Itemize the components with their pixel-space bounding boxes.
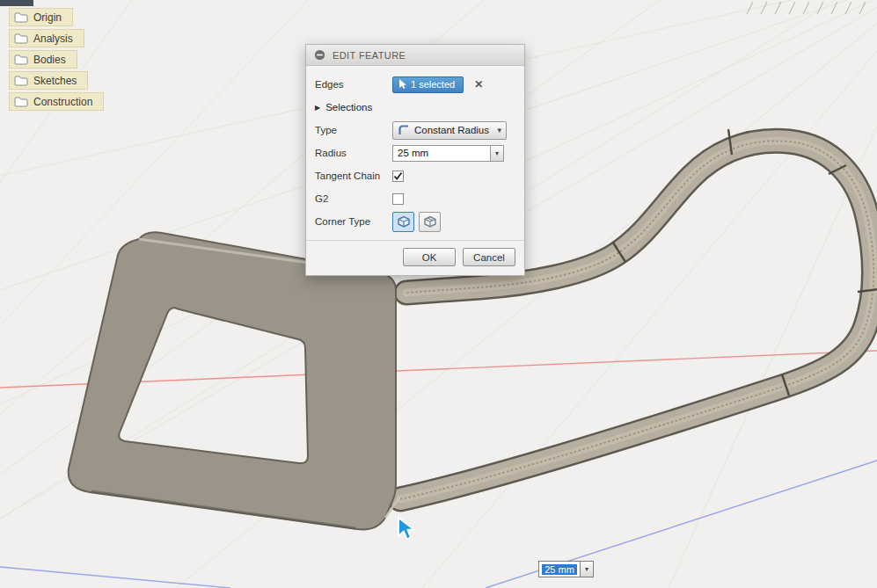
dimension-dropdown-icon[interactable]: ▾ xyxy=(581,561,594,577)
dimension-input[interactable]: 25 mm xyxy=(538,561,581,577)
tangent-chain-checkbox[interactable] xyxy=(392,171,404,182)
radius-row: Radius 25 mm ▾ xyxy=(315,142,515,164)
type-label: Type xyxy=(315,125,392,135)
edges-selected-count: 1 selected xyxy=(411,79,455,90)
browser-item-sketches[interactable]: Sketches xyxy=(9,71,88,90)
browser-item-construction[interactable]: Construction xyxy=(9,92,104,111)
z-axis-blue-left xyxy=(0,567,230,588)
dimension-value-selected: 25 mm xyxy=(542,564,577,575)
folder-icon xyxy=(14,96,28,107)
dialog-footer: OK Cancel xyxy=(306,240,524,275)
clear-selection-icon[interactable]: ✕ xyxy=(474,78,483,91)
expander-triangle-icon[interactable]: ▶ xyxy=(315,104,320,112)
browser-item-label: Origin xyxy=(33,11,62,24)
clipped-toolbar-fragment xyxy=(0,0,33,6)
folder-icon xyxy=(14,54,28,65)
g2-label: G2 xyxy=(315,193,392,204)
edit-feature-dialog: EDIT FEATURE Edges 1 selected ✕ ▶ Select… xyxy=(305,44,525,276)
edges-label: Edges xyxy=(315,79,392,90)
browser-item-origin[interactable]: Origin xyxy=(9,8,73,26)
browser-item-label: Construction xyxy=(33,96,92,108)
dialog-body: Edges 1 selected ✕ ▶ Selections Type xyxy=(306,66,524,236)
edges-row: Edges 1 selected ✕ xyxy=(315,73,515,96)
corner-type-setback-button[interactable] xyxy=(419,212,441,232)
browser-item-label: Analysis xyxy=(33,33,73,45)
dialog-title: EDIT FEATURE xyxy=(333,50,406,61)
tangent-chain-row: Tangent Chain xyxy=(315,164,515,187)
folder-icon xyxy=(14,33,28,44)
browser-tree: Origin Analysis Bodies Sketches Construc… xyxy=(9,8,104,113)
mouse-cursor-icon xyxy=(396,517,419,545)
corner-type-rolling-button[interactable] xyxy=(392,212,414,232)
radius-label: Radius xyxy=(315,148,392,158)
corner-type-row: Corner Type xyxy=(315,210,515,233)
cancel-button[interactable]: Cancel xyxy=(463,248,515,266)
dialog-header[interactable]: EDIT FEATURE xyxy=(306,45,524,66)
fusion-viewport-window: Origin Analysis Bodies Sketches Construc… xyxy=(0,0,877,588)
radius-input[interactable]: 25 mm xyxy=(392,145,491,162)
type-value: Constant Radius xyxy=(414,125,489,135)
selections-label: Selections xyxy=(325,102,372,113)
browser-item-label: Sketches xyxy=(33,75,77,87)
browser-item-analysis[interactable]: Analysis xyxy=(9,29,84,47)
g2-row: G2 xyxy=(315,187,515,210)
selections-row[interactable]: ▶ Selections xyxy=(315,96,515,119)
folder-icon xyxy=(14,11,28,23)
select-cursor-icon xyxy=(398,79,406,90)
constant-radius-icon xyxy=(398,124,410,136)
browser-item-label: Bodies xyxy=(33,54,66,66)
radius-value: 25 mm xyxy=(398,148,428,158)
type-row: Type Constant Radius ▾ xyxy=(315,119,515,142)
radius-dropdown-icon[interactable]: ▾ xyxy=(491,145,504,162)
flat-frame-body[interactable] xyxy=(69,232,399,529)
collapse-minus-icon[interactable] xyxy=(314,49,325,61)
tangent-chain-label: Tangent Chain xyxy=(315,171,392,181)
edges-selected-chip[interactable]: 1 selected xyxy=(392,76,464,93)
dimension-input-group: 25 mm ▾ xyxy=(538,561,594,577)
corner-type-label: Corner Type xyxy=(315,216,392,227)
browser-item-bodies[interactable]: Bodies xyxy=(9,50,77,69)
g2-checkbox[interactable] xyxy=(392,193,404,205)
dropdown-arrow-icon[interactable]: ▾ xyxy=(497,126,501,134)
folder-icon xyxy=(14,75,28,86)
type-dropdown[interactable]: Constant Radius ▾ xyxy=(392,121,507,140)
ok-button[interactable]: OK xyxy=(403,248,456,266)
